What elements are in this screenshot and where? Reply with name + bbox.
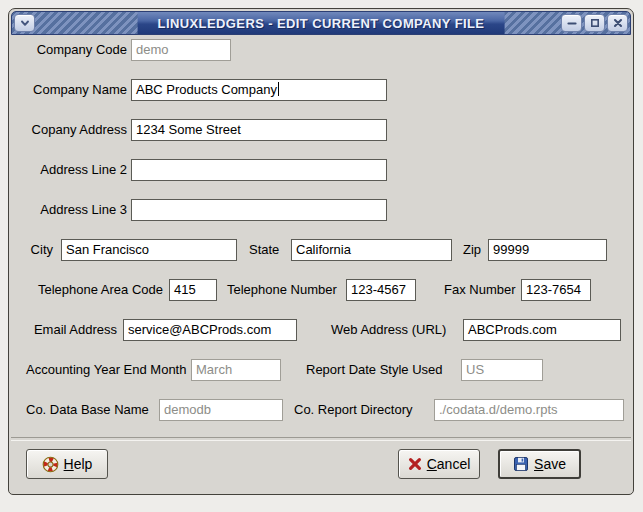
company-file-dialog: LINUXLEDGERS - EDIT CURRENT COMPANY FILE… (8, 8, 634, 495)
state-label: State (249, 239, 279, 261)
address-line2-label: Address Line 2 (19, 159, 127, 181)
report-dir-input: ./codata.d/demo.rpts (434, 399, 624, 421)
chevron-down-icon (19, 17, 31, 29)
report-dir-label: Co. Report Directory (294, 399, 412, 421)
company-address-label: Copany Address (19, 119, 127, 141)
maximize-icon (589, 17, 601, 29)
web-address-input[interactable]: ABCProds.com (463, 319, 621, 341)
floppy-disk-icon (513, 456, 529, 472)
email-input[interactable]: service@ABCProds.com (123, 319, 297, 341)
window-title: LINUXLEDGERS - EDIT CURRENT COMPANY FILE (158, 16, 485, 31)
address-line3-label: Address Line 3 (19, 199, 127, 221)
address-line2-input[interactable] (131, 159, 387, 181)
company-code-label: Company Code (19, 39, 127, 61)
cancel-x-icon (408, 457, 422, 471)
phone-label: Telephone Number (227, 279, 337, 301)
title-panel: LINUXLEDGERS - EDIT CURRENT COMPANY FILE (138, 12, 505, 34)
close-icon (612, 17, 624, 29)
address-line3-input[interactable] (131, 199, 387, 221)
window-menu-button[interactable] (14, 14, 35, 32)
fax-input[interactable]: 123-7654 (521, 279, 591, 301)
zip-input[interactable]: 99999 (488, 239, 607, 261)
company-address-input[interactable]: 1234 Some Street (131, 119, 387, 141)
save-button-label: Save (534, 456, 566, 472)
area-code-input[interactable]: 415 (169, 279, 217, 301)
city-input[interactable]: San Francisco (61, 239, 237, 261)
cancel-button[interactable]: Cancel (398, 449, 480, 479)
company-name-input[interactable]: ABC Products Company (131, 79, 387, 101)
minimize-icon (566, 17, 578, 29)
web-address-label: Web Address (URL) (331, 319, 446, 341)
maximize-button[interactable] (584, 14, 605, 32)
button-separator (11, 437, 631, 441)
text-cursor (278, 82, 279, 96)
help-button-label: Help (64, 456, 93, 472)
life-buoy-icon (42, 456, 59, 473)
company-code-input: demo (131, 39, 231, 61)
state-input[interactable]: California (291, 239, 452, 261)
cancel-button-label: Cancel (427, 456, 471, 472)
titlebar[interactable]: LINUXLEDGERS - EDIT CURRENT COMPANY FILE (11, 11, 631, 35)
help-button[interactable]: Help (26, 449, 108, 479)
zip-label: Zip (463, 239, 481, 261)
city-label: City (19, 239, 53, 261)
phone-input[interactable]: 123-4567 (346, 279, 416, 301)
fax-label: Fax Number (444, 279, 516, 301)
save-button[interactable]: Save (498, 449, 581, 479)
db-name-input: demodb (159, 399, 283, 421)
area-code-label: Telephone Area Code (19, 279, 163, 301)
minimize-button[interactable] (561, 14, 582, 32)
close-button[interactable] (607, 14, 628, 32)
db-name-label: Co. Data Base Name (26, 399, 149, 421)
email-label: Email Address (19, 319, 117, 341)
date-style-input: US (461, 359, 543, 381)
year-end-month-label: Accounting Year End Month (26, 359, 186, 381)
date-style-label: Report Date Style Used (306, 359, 443, 381)
year-end-month-input: March (191, 359, 281, 381)
company-name-label: Company Name (19, 79, 127, 101)
